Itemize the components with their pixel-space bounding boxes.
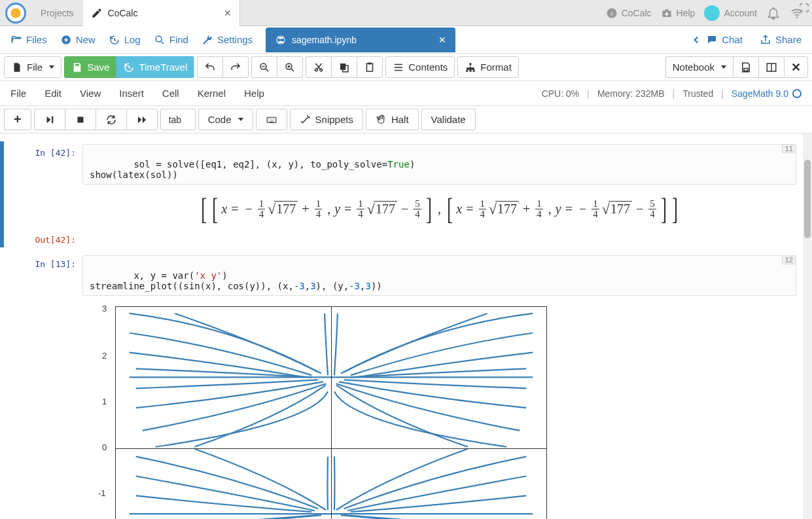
menu-file[interactable]: File — [10, 88, 26, 99]
contents-button[interactable]: Contents — [385, 56, 455, 78]
format-button[interactable]: Format — [457, 56, 519, 78]
kernel-status-icon — [792, 89, 802, 98]
code-input[interactable]: 12x, y = var('x y') streamline_plot((sin… — [82, 255, 796, 296]
notebook-area[interactable]: In [42]: 11sol = solve([eq1, eq2], (x, y… — [0, 134, 803, 519]
project-tab-title: CoCalc — [108, 8, 138, 18]
menu-kernel[interactable]: Kernel — [198, 88, 226, 99]
menu-help[interactable]: Help — [244, 88, 264, 99]
svg-point-14 — [320, 68, 323, 71]
keyboard-button[interactable] — [256, 109, 287, 130]
file-tab-active[interactable]: sagemath.ipynb ✕ — [266, 27, 455, 52]
halt-button[interactable]: Halt — [366, 109, 419, 130]
svg-rect-21 — [470, 69, 472, 71]
svg-point-9 — [278, 41, 283, 43]
editor-toolbar: File Save TimeTravel Contents Format Not… — [0, 54, 812, 81]
account-label: Account — [724, 8, 757, 18]
stop-button[interactable] — [65, 109, 96, 130]
chat-button[interactable]: Chat — [685, 31, 748, 48]
menu-cell[interactable]: Cell — [162, 88, 179, 99]
line-count-badge: 12 — [782, 256, 796, 264]
bell-icon[interactable] — [766, 6, 781, 20]
files-button[interactable]: Files — [5, 31, 52, 48]
refresh-icon — [105, 114, 117, 126]
menu-view[interactable]: View — [80, 88, 101, 99]
kernel-selector[interactable]: SageMath 9.0 — [732, 88, 802, 99]
wrench-icon — [202, 34, 213, 46]
hand-icon — [376, 114, 387, 126]
settings-button[interactable]: Settings — [196, 31, 258, 48]
paste-icon — [364, 62, 376, 73]
close-icon: ✕ — [791, 60, 801, 75]
code-input[interactable]: 11sol = solve([eq1, eq2], (x, y), to_pol… — [82, 144, 796, 185]
y-tick: 1 — [102, 397, 107, 406]
scrollbar-thumb[interactable] — [804, 160, 811, 238]
run-button[interactable] — [34, 109, 65, 130]
cell-42-out-row: Out[42]: — [0, 228, 803, 247]
zoom-in-icon — [284, 62, 296, 73]
download-button[interactable] — [733, 56, 758, 78]
out-prompt: Out[42]: — [4, 235, 76, 245]
chat-icon — [706, 34, 718, 46]
cocalc-logo-icon[interactable] — [5, 3, 26, 24]
cocalc-info-label: CoCalc — [622, 8, 652, 18]
in-prompt: In [13]: — [4, 259, 76, 269]
split-button[interactable] — [758, 56, 784, 78]
zoom-out-button[interactable] — [251, 56, 277, 78]
projects-button[interactable]: Projects — [31, 8, 83, 18]
svg-rect-3 — [665, 9, 668, 11]
run-all-button[interactable] — [126, 109, 158, 130]
project-tab-active[interactable]: CoCalc ✕ — [83, 0, 240, 26]
tab-key-hint[interactable]: tab — [160, 109, 196, 130]
svg-rect-18 — [368, 62, 372, 64]
fast-forward-icon — [136, 114, 148, 126]
find-button[interactable]: Find — [149, 31, 194, 48]
menu-insert[interactable]: Insert — [119, 88, 144, 99]
undo-button[interactable] — [197, 56, 222, 78]
svg-point-8 — [278, 37, 283, 39]
save-button[interactable]: Save — [64, 56, 116, 78]
plus-circle-icon — [60, 34, 72, 46]
insert-cell-button[interactable]: + — [4, 109, 31, 130]
copy-button[interactable] — [331, 56, 357, 78]
svg-rect-22 — [473, 69, 475, 71]
y-tick: 2 — [102, 351, 107, 361]
cpu-status: CPU: 0% — [542, 88, 580, 99]
close-icon[interactable]: ✕ — [224, 8, 232, 18]
svg-point-4 — [796, 16, 798, 18]
redo-button[interactable] — [222, 56, 249, 78]
svg-rect-20 — [467, 69, 468, 71]
close-editor-button[interactable]: ✕ — [784, 56, 808, 78]
line-count-badge: 11 — [782, 145, 796, 153]
cocalc-info-button[interactable]: i CoCalc — [606, 7, 652, 19]
new-button[interactable]: New — [55, 31, 101, 48]
snippets-button[interactable]: Snippets — [290, 109, 363, 130]
plus-icon: + — [14, 112, 22, 127]
cell-42[interactable]: In [42]: 11sol = solve([eq1, eq2], (x, y… — [0, 141, 803, 236]
help-button[interactable]: Help — [661, 7, 696, 19]
share-button[interactable]: Share — [754, 31, 807, 48]
avatar-icon — [704, 5, 720, 21]
notebook-dropdown[interactable]: Notebook — [665, 56, 733, 78]
validate-button[interactable]: Validate — [421, 109, 476, 130]
account-button[interactable]: Account — [704, 5, 757, 21]
cell-type-dropdown[interactable]: Code — [198, 109, 253, 130]
svg-rect-23 — [744, 68, 748, 71]
scrollbar[interactable] — [803, 134, 812, 519]
paste-button[interactable] — [357, 56, 383, 78]
restart-button[interactable] — [96, 109, 126, 130]
jupyter-icon — [275, 34, 287, 46]
fullscreen-icon[interactable] — [798, 2, 810, 14]
history-icon — [109, 34, 120, 46]
cut-button[interactable] — [306, 56, 331, 78]
file-dropdown[interactable]: File — [4, 56, 62, 78]
cell-13[interactable]: In [13]: 12x, y = var('x y') streamline_… — [0, 253, 803, 519]
trusted-status[interactable]: Trusted — [682, 88, 713, 99]
y-tick: 3 — [102, 304, 107, 313]
help-label: Help — [677, 8, 696, 18]
zoom-in-button[interactable] — [277, 56, 303, 78]
menu-edit[interactable]: Edit — [44, 88, 62, 99]
close-icon[interactable]: ✕ — [438, 35, 446, 45]
timetravel-button[interactable]: TimeTravel — [116, 56, 194, 78]
stop-icon — [75, 114, 86, 126]
log-button[interactable]: Log — [103, 31, 146, 48]
